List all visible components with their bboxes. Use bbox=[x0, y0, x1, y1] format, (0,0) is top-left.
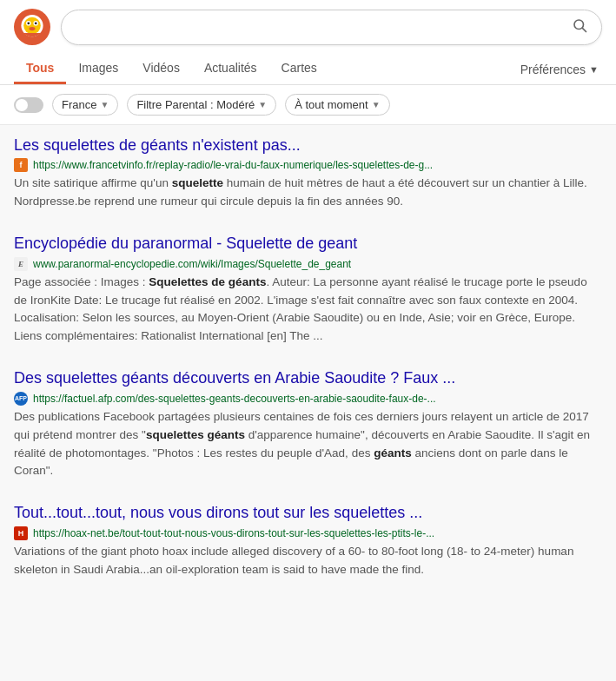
result-url-row: H https://hoax-net.be/tout-tout-tout-nou… bbox=[14, 526, 602, 540]
region-chevron-icon: ▼ bbox=[100, 100, 109, 109]
search-row: squelette de géant arnaque bbox=[14, 9, 602, 54]
time-filter[interactable]: À tout moment ▼ bbox=[285, 94, 389, 116]
result-snippet: Un site satirique affirme qu'un squelett… bbox=[14, 175, 602, 211]
favicon: AFP bbox=[14, 392, 28, 406]
duckduckgo-logo bbox=[14, 9, 50, 45]
search-button[interactable] bbox=[570, 17, 589, 37]
result-url-row: Ε www.paranormal-encyclopedie.com/wiki/I… bbox=[14, 257, 602, 271]
result-title[interactable]: Les squelettes de géants n'existent pas.… bbox=[14, 136, 602, 155]
nav-row: Tous Images Vidéos Actualités Cartes Pré… bbox=[14, 54, 602, 84]
favicon: Ε bbox=[14, 257, 28, 271]
tab-cartes[interactable]: Cartes bbox=[269, 54, 329, 84]
region-filter[interactable]: France ▼ bbox=[52, 94, 118, 116]
result-title[interactable]: Des squelettes géants découverts en Arab… bbox=[14, 368, 602, 388]
result-item: Encyclopédie du paranormal - Squelette d… bbox=[14, 234, 602, 346]
result-snippet: Variations of the giant photo hoax inclu… bbox=[14, 543, 602, 579]
preferences-button[interactable]: Préférences ▼ bbox=[517, 56, 602, 83]
tab-videos[interactable]: Vidéos bbox=[130, 54, 192, 84]
parental-filter[interactable]: Filtre Parental : Modéré ▼ bbox=[127, 94, 276, 116]
svg-point-5 bbox=[27, 22, 30, 24]
search-box[interactable]: squelette de géant arnaque bbox=[61, 10, 602, 45]
result-title[interactable]: Tout...tout...tout, nous vous dirons tou… bbox=[14, 503, 602, 523]
svg-point-2 bbox=[23, 17, 41, 35]
result-snippet: Des publications Facebook partagées plus… bbox=[14, 408, 602, 481]
result-title[interactable]: Encyclopédie du paranormal - Squelette d… bbox=[14, 234, 602, 254]
favicon-letter: f bbox=[20, 161, 23, 169]
result-snippet: Page associée : Images : Squelettes de g… bbox=[14, 274, 602, 347]
parental-chevron-icon: ▼ bbox=[258, 100, 267, 109]
search-input[interactable]: squelette de géant arnaque bbox=[74, 20, 570, 35]
nav-tabs: Tous Images Vidéos Actualités Cartes bbox=[14, 54, 329, 84]
favicon-letter: Ε bbox=[18, 260, 23, 268]
preferences-label: Préférences bbox=[520, 63, 586, 76]
results-area: Les squelettes de géants n'existent pas.… bbox=[0, 125, 616, 612]
result-url: https://factuel.afp.com/des-squelettes-g… bbox=[33, 393, 436, 405]
result-url: https://hoax-net.be/tout-tout-tout-nous-… bbox=[33, 527, 434, 539]
time-label: À tout moment bbox=[295, 98, 368, 111]
result-url: https://www.francetvinfo.fr/replay-radio… bbox=[33, 159, 433, 171]
result-url-row: AFP https://factuel.afp.com/des-squelett… bbox=[14, 392, 602, 406]
tab-actualites[interactable]: Actualités bbox=[192, 54, 269, 84]
favicon: H bbox=[14, 526, 28, 540]
svg-line-9 bbox=[582, 28, 586, 31]
favicon: f bbox=[14, 158, 28, 172]
result-item: Tout...tout...tout, nous vous dirons tou… bbox=[14, 503, 602, 579]
header: squelette de géant arnaque Tous Images V… bbox=[0, 0, 616, 85]
favicon-letter: AFP bbox=[15, 395, 27, 401]
region-label: France bbox=[62, 98, 96, 111]
result-item: Des squelettes géants découverts en Arab… bbox=[14, 368, 602, 480]
result-url-row: f https://www.francetvinfo.fr/replay-rad… bbox=[14, 158, 602, 172]
tab-tous[interactable]: Tous bbox=[14, 54, 66, 84]
filters-row: France ▼ Filtre Parental : Modéré ▼ À to… bbox=[0, 85, 616, 125]
parental-label: Filtre Parental : Modéré bbox=[136, 98, 255, 111]
svg-point-7 bbox=[30, 27, 36, 30]
region-toggle[interactable] bbox=[14, 97, 43, 113]
svg-point-6 bbox=[35, 22, 37, 24]
result-url: www.paranormal-encyclopedie.com/wiki/Ima… bbox=[33, 258, 351, 270]
favicon-letter: H bbox=[18, 529, 24, 538]
result-item: Les squelettes de géants n'existent pas.… bbox=[14, 136, 602, 211]
time-chevron-icon: ▼ bbox=[372, 100, 381, 109]
tab-images[interactable]: Images bbox=[66, 54, 130, 84]
chevron-down-icon: ▼ bbox=[589, 64, 599, 75]
